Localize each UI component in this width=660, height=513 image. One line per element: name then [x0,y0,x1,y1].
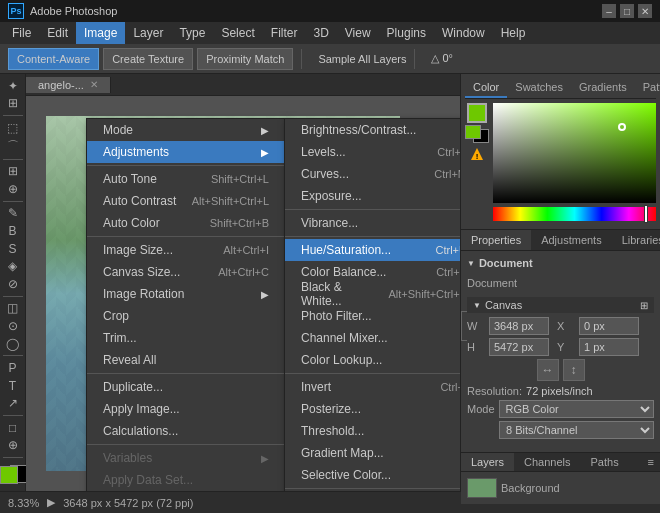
close-button[interactable]: ✕ [638,4,652,18]
content-aware-button[interactable]: Content-Aware [8,48,99,70]
dodge-tool[interactable]: ◯ [2,336,24,352]
hue-strip[interactable] [493,207,656,221]
menu-reveal-all[interactable]: Reveal All [87,349,285,371]
menu-layer[interactable]: Layer [125,22,171,44]
adj-selective-color[interactable]: Selective Color... [285,464,460,486]
adj-vibrance[interactable]: Vibrance... [285,212,460,234]
zoom-tool[interactable]: ⊕ [2,437,24,453]
foreground-swatch-small[interactable] [465,125,481,139]
tab-channels[interactable]: Channels [514,453,580,471]
levels-shortcut: Ctrl+L [437,146,460,158]
menu-type[interactable]: Type [171,22,213,44]
tab-color[interactable]: Color [465,78,507,98]
flip-h-icon[interactable]: ↔ [537,359,559,381]
create-texture-button[interactable]: Create Texture [103,48,193,70]
layers-menu-icon[interactable]: ≡ [642,453,660,471]
artboard-tool[interactable]: ⊞ [2,96,24,112]
type-tool[interactable]: T [2,378,24,394]
tab-paths[interactable]: Paths [581,453,629,471]
tab-adjustments[interactable]: Adjustments [531,230,612,250]
bitdepth-select[interactable]: 8 Bits/Channel 16 Bits/Channel 32 Bits/C… [499,421,654,439]
pen-tool[interactable]: P [2,360,24,376]
healing-brush-tool[interactable]: ✎ [2,205,24,221]
adj-curves[interactable]: Curves... Ctrl+M [285,163,460,185]
color-gradient-picker[interactable] [493,103,656,203]
maximize-button[interactable]: □ [620,4,634,18]
adj-levels[interactable]: Levels... Ctrl+L [285,141,460,163]
menu-apply-image[interactable]: Apply Image... [87,398,285,420]
stamp-tool[interactable]: S [2,241,24,257]
x-input[interactable] [579,317,639,335]
adj-photo-filter[interactable]: Photo Filter... [285,305,460,327]
minimize-button[interactable]: – [602,4,616,18]
eraser-tool[interactable]: ⊘ [2,276,24,292]
menu-image-size[interactable]: Image Size... Alt+Ctrl+I [87,239,285,261]
menu-auto-tone[interactable]: Auto Tone Shift+Ctrl+L [87,168,285,190]
tab-libraries[interactable]: Libraries [612,230,660,250]
adj-channel-mixer[interactable]: Channel Mixer... [285,327,460,349]
adj-threshold[interactable]: Threshold... [285,420,460,442]
menu-image[interactable]: Image [76,22,125,44]
menu-calculations[interactable]: Calculations... [87,420,285,442]
menu-auto-color[interactable]: Auto Color Shift+Ctrl+B [87,212,285,234]
adj-invert[interactable]: Invert Ctrl+I [285,376,460,398]
gradient-tool[interactable]: ◫ [2,300,24,316]
menu-adjustments[interactable]: Adjustments ▶ [87,141,285,163]
tab-patterns[interactable]: Patterns [635,78,660,98]
history-brush-tool[interactable]: ◈ [2,258,24,274]
brush-tool[interactable]: B [2,223,24,239]
tab-gradients[interactable]: Gradients [571,78,635,98]
menu-mode[interactable]: Mode ▶ [87,119,285,141]
menu-help[interactable]: Help [493,22,534,44]
tab-layers[interactable]: Layers [461,453,514,471]
path-tool[interactable]: ↗ [2,395,24,411]
menu-plugins[interactable]: Plugins [379,22,434,44]
shape-tool[interactable]: □ [2,420,24,436]
close-tab-icon[interactable]: ✕ [90,79,98,90]
y-input[interactable] [579,338,639,356]
move-tool[interactable]: ✦ [2,78,24,94]
menu-crop[interactable]: Crop [87,305,285,327]
adj-posterize[interactable]: Posterize... [285,398,460,420]
eyedropper-tool[interactable]: ⊕ [2,181,24,197]
menu-trim[interactable]: Trim... [87,327,285,349]
mode-select[interactable]: RGB Color CMYK Color Grayscale [499,400,654,418]
tab-swatches[interactable]: Swatches [507,78,571,98]
proximity-match-button[interactable]: Proximity Match [197,48,293,70]
width-input[interactable] [489,317,549,335]
title-bar-controls[interactable]: – □ ✕ [602,4,652,18]
tab-properties[interactable]: Properties [461,230,531,250]
menu-select[interactable]: Select [213,22,262,44]
menu-canvas-size[interactable]: Canvas Size... Alt+Ctrl+C [87,261,285,283]
document-tab[interactable]: angelo-... ✕ [26,77,111,93]
canvas-area[interactable]: Mode ▶ Adjustments ▶ Auto Tone Shift+Ctr… [26,96,460,491]
adj-black-white[interactable]: Black & White... Alt+Shift+Ctrl+B [285,283,460,305]
menu-auto-contrast[interactable]: Auto Contrast Alt+Shift+Ctrl+L [87,190,285,212]
menu-edit[interactable]: Edit [39,22,76,44]
adj-brightness-contrast[interactable]: Brightness/Contrast... [285,119,460,141]
adj-gradient-map[interactable]: Gradient Map... [285,442,460,464]
lasso-tool[interactable]: ⌒ [2,138,24,155]
adj-exposure[interactable]: Exposure... [285,185,460,207]
color-gradient-area[interactable] [493,103,656,225]
adj-color-lookup[interactable]: Color Lookup... [285,349,460,371]
menu-filter[interactable]: Filter [263,22,306,44]
blur-tool[interactable]: ⊙ [2,318,24,334]
crop-tool[interactable]: ⊞ [2,163,24,179]
adj-hue-saturation[interactable]: Hue/Saturation... Ctrl+U [285,239,460,261]
flip-v-icon[interactable]: ↕ [563,359,585,381]
menu-window[interactable]: Window [434,22,493,44]
menu-3d[interactable]: 3D [305,22,336,44]
menu-image-rotation[interactable]: Image Rotation ▶ [87,283,285,305]
menu-duplicate[interactable]: Duplicate... [87,376,285,398]
layer-item[interactable]: Background [467,478,654,498]
marquee-tool[interactable]: ⬚ [2,120,24,136]
color-saturation-gradient[interactable] [493,103,656,203]
canvas-expand-icon[interactable]: ⊞ [640,300,648,311]
menu-file[interactable]: File [4,22,39,44]
menu-view[interactable]: View [337,22,379,44]
height-input[interactable] [489,338,549,356]
foreground-background-colors[interactable] [0,466,28,483]
foreground-color[interactable] [0,466,18,484]
foreground-swatch[interactable] [467,103,487,123]
